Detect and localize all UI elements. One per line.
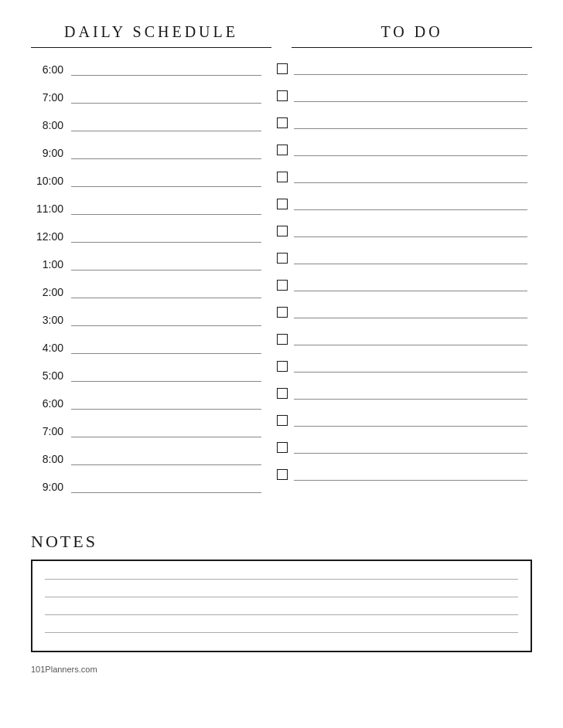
todo-entry-line[interactable] — [294, 291, 527, 291]
schedule-entry-line[interactable] — [71, 242, 261, 243]
todo-entry-line[interactable] — [294, 318, 527, 318]
todo-checkbox[interactable] — [277, 145, 288, 155]
time-label: 3:00 — [31, 314, 71, 328]
todo-checkbox[interactable] — [277, 117, 288, 128]
todo-entry-line[interactable] — [294, 399, 527, 400]
todo-entry-line[interactable] — [294, 426, 527, 427]
schedule-entry-line[interactable] — [71, 75, 261, 76]
todo-entry-line[interactable] — [294, 182, 527, 183]
time-label: 6:00 — [31, 397, 71, 411]
schedule-row: 9:00 — [31, 147, 261, 161]
time-label: 2:00 — [31, 286, 71, 300]
time-label: 8:00 — [31, 119, 71, 133]
time-label: 12:00 — [31, 230, 71, 244]
schedule-row: 12:00 — [31, 230, 261, 244]
todo-row — [277, 90, 527, 104]
schedule-entry-line[interactable] — [71, 353, 261, 354]
todo-checkbox[interactable] — [277, 280, 288, 291]
schedule-entry-line[interactable] — [71, 186, 261, 187]
todo-row — [277, 469, 527, 482]
time-label: 5:00 — [31, 369, 71, 383]
todo-row — [277, 63, 527, 77]
schedule-entry-line[interactable] — [71, 492, 261, 493]
todo-entry-line[interactable] — [294, 128, 527, 129]
todo-entry-line[interactable] — [294, 236, 527, 237]
todo-checkbox[interactable] — [277, 253, 288, 264]
header: Daily Schedule To Do — [31, 23, 532, 48]
schedule-row: 10:00 — [31, 175, 261, 189]
schedule-title: Daily Schedule — [31, 23, 271, 41]
time-label: 9:00 — [31, 481, 71, 495]
time-label: 4:00 — [31, 342, 71, 355]
time-label: 7:00 — [31, 425, 71, 439]
todo-entry-line[interactable] — [294, 453, 527, 454]
notes-title: Notes — [31, 532, 532, 552]
notes-line-4 — [45, 632, 518, 633]
todo-entry-line[interactable] — [294, 372, 527, 373]
todo-checkbox[interactable] — [277, 307, 288, 318]
todo-checkbox[interactable] — [277, 90, 288, 101]
schedule-section: 6:007:008:009:0010:0011:0012:001:002:003… — [31, 63, 261, 509]
todo-checkbox[interactable] — [277, 361, 288, 372]
schedule-divider — [31, 47, 271, 48]
time-label: 9:00 — [31, 147, 71, 161]
schedule-row: 5:00 — [31, 369, 261, 383]
todo-checkbox[interactable] — [277, 199, 288, 209]
schedule-entry-line[interactable] — [71, 298, 261, 298]
schedule-row: 7:00 — [31, 425, 261, 439]
todo-checkbox[interactable] — [277, 469, 288, 480]
todo-entry-line[interactable] — [294, 74, 527, 75]
footer: 101Planners.com — [31, 665, 532, 674]
time-label: 8:00 — [31, 453, 71, 467]
todo-row — [277, 226, 527, 239]
schedule-entry-line[interactable] — [71, 437, 261, 437]
todo-checkbox[interactable] — [277, 63, 288, 74]
schedule-entry-line[interactable] — [71, 214, 261, 215]
time-label: 11:00 — [31, 202, 71, 216]
todo-entry-line[interactable] — [294, 480, 527, 481]
schedule-entry-line[interactable] — [71, 409, 261, 410]
todo-row — [277, 415, 527, 428]
todo-entry-line[interactable] — [294, 101, 527, 102]
todo-row — [277, 388, 527, 401]
schedule-row: 4:00 — [31, 342, 261, 355]
schedule-entry-line[interactable] — [71, 381, 261, 382]
schedule-row: 1:00 — [31, 258, 261, 272]
todo-entry-line[interactable] — [294, 209, 527, 210]
todo-checkbox[interactable] — [277, 442, 288, 453]
todo-checkbox[interactable] — [277, 388, 288, 399]
todo-row — [277, 145, 527, 158]
schedule-row: 3:00 — [31, 314, 261, 328]
time-label: 10:00 — [31, 175, 71, 189]
schedule-entry-line[interactable] — [71, 103, 261, 104]
schedule-row: 6:00 — [31, 63, 261, 77]
todo-entry-line[interactable] — [294, 155, 527, 156]
schedule-row: 9:00 — [31, 481, 261, 495]
todo-entry-line[interactable] — [294, 264, 527, 264]
todo-checkbox[interactable] — [277, 334, 288, 345]
todo-checkbox[interactable] — [277, 172, 288, 182]
todo-row — [277, 199, 527, 212]
notes-box[interactable] — [31, 560, 532, 652]
schedule-entry-line[interactable] — [71, 464, 261, 465]
schedule-row: 8:00 — [31, 119, 261, 133]
schedule-entry-line[interactable] — [71, 158, 261, 159]
todo-header: To Do — [292, 23, 532, 48]
schedule-entry-line[interactable] — [71, 325, 261, 326]
todo-row — [277, 442, 527, 455]
todo-checkbox[interactable] — [277, 226, 288, 236]
notes-line-2 — [45, 597, 518, 597]
time-label: 7:00 — [31, 91, 71, 105]
todo-row — [277, 361, 527, 374]
schedule-header: Daily Schedule — [31, 23, 271, 48]
notes-section: Notes — [31, 532, 532, 652]
todo-row — [277, 172, 527, 185]
todo-row — [277, 253, 527, 266]
todo-section — [277, 63, 527, 509]
schedule-entry-line[interactable] — [71, 270, 261, 270]
todo-checkbox[interactable] — [277, 415, 288, 426]
notes-line-3 — [45, 614, 518, 615]
schedule-entry-line[interactable] — [71, 131, 261, 131]
todo-divider — [292, 47, 532, 48]
todo-entry-line[interactable] — [294, 345, 527, 345]
